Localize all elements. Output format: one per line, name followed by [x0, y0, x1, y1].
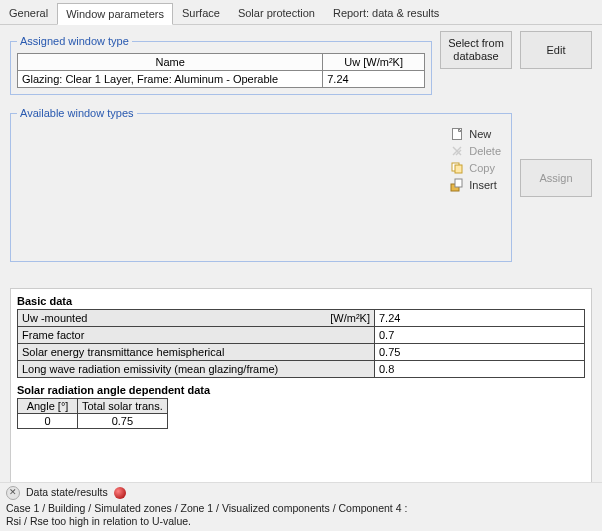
- tab-surface[interactable]: Surface: [173, 2, 229, 24]
- assigned-uw: 7.24: [323, 71, 425, 88]
- col-name: Name: [18, 54, 323, 71]
- assigned-window-type-group: Assigned window type Name Uw [W/m²K] Gla…: [10, 35, 432, 95]
- action-new-label: New: [469, 128, 491, 140]
- angle-table: Angle [°] Total solar trans. 0 0.75: [17, 398, 168, 429]
- solar-trans-label: Solar energy transmittance hemispherical: [18, 344, 375, 361]
- data-panel[interactable]: Basic data Uw -mounted [W/m²K] 7.24 Fram…: [10, 288, 592, 483]
- angle-cell-trans: 0.75: [78, 414, 168, 429]
- available-list[interactable]: New Delete Copy: [17, 125, 505, 255]
- available-window-types-group: Available window types New Delete: [10, 107, 512, 262]
- tab-window-parameters[interactable]: Window parameters: [57, 3, 173, 25]
- status-message: Rsi / Rse too high in relation to U-valu…: [6, 515, 596, 529]
- error-indicator-icon: [114, 487, 126, 499]
- insert-icon: [450, 178, 464, 192]
- close-icon[interactable]: ✕: [6, 486, 20, 500]
- frame-factor-label: Frame factor: [18, 327, 375, 344]
- status-bar: ✕ Data state/results Case 1 / Building /…: [0, 482, 602, 531]
- action-new[interactable]: New: [450, 127, 501, 141]
- action-insert-label: Insert: [469, 179, 497, 191]
- tab-report[interactable]: Report: data & results: [324, 2, 448, 24]
- uw-mounted-label: Uw -mounted: [22, 312, 87, 324]
- col-uw: Uw [W/m²K]: [323, 54, 425, 71]
- assigned-legend: Assigned window type: [17, 35, 132, 47]
- svg-rect-2: [455, 165, 462, 173]
- assigned-row[interactable]: Glazing: Clear 1 Layer, Frame: Aluminum …: [18, 71, 425, 88]
- status-heading: Data state/results: [26, 486, 108, 500]
- tab-solar-protection[interactable]: Solar protection: [229, 2, 324, 24]
- assigned-table: Name Uw [W/m²K] Glazing: Clear 1 Layer, …: [17, 53, 425, 88]
- select-from-database-button[interactable]: Select from database: [440, 31, 512, 69]
- delete-icon: [450, 144, 464, 158]
- edit-button[interactable]: Edit: [520, 31, 592, 69]
- uw-mounted-value[interactable]: 7.24: [375, 310, 585, 327]
- action-delete-label: Delete: [469, 145, 501, 157]
- angle-row[interactable]: 0 0.75: [18, 414, 168, 429]
- solar-trans-value[interactable]: 0.75: [375, 344, 585, 361]
- action-delete: Delete: [450, 144, 501, 158]
- angle-cell-angle: 0: [18, 414, 78, 429]
- emissivity-value[interactable]: 0.8: [375, 361, 585, 378]
- emissivity-label: Long wave radiation emissivity (mean gla…: [18, 361, 375, 378]
- action-copy-label: Copy: [469, 162, 495, 174]
- frame-factor-value[interactable]: 0.7: [375, 327, 585, 344]
- angle-col1: Angle [°]: [18, 399, 78, 414]
- copy-icon: [450, 161, 464, 175]
- assigned-name: Glazing: Clear 1 Layer, Frame: Aluminum …: [18, 71, 323, 88]
- available-legend: Available window types: [17, 107, 137, 119]
- status-breadcrumb: Case 1 / Building / Simulated zones / Zo…: [6, 502, 596, 516]
- basic-data-title: Basic data: [17, 295, 585, 307]
- basic-data-table: Uw -mounted [W/m²K] 7.24 Frame factor 0.…: [17, 309, 585, 378]
- assign-button: Assign: [520, 159, 592, 197]
- tab-general[interactable]: General: [0, 2, 57, 24]
- tab-bar: General Window parameters Surface Solar …: [0, 0, 602, 25]
- action-copy: Copy: [450, 161, 501, 175]
- svg-rect-4: [455, 179, 462, 187]
- angle-data-title: Solar radiation angle dependent data: [17, 384, 585, 396]
- angle-col2: Total solar trans.: [78, 399, 168, 414]
- new-icon: [450, 127, 464, 141]
- action-insert[interactable]: Insert: [450, 178, 501, 192]
- uw-mounted-unit: [W/m²K]: [330, 312, 370, 324]
